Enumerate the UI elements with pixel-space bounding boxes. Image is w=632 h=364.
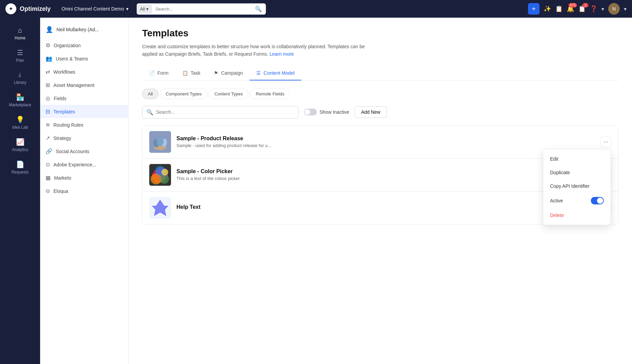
color-thumb-image	[149, 164, 171, 186]
sidebar-item-plan[interactable]: ☰ Plan	[0, 45, 40, 66]
app-logo[interactable]: ✦ Optimizely	[5, 3, 51, 14]
filter-bar: All Component Types Content Types Remote…	[142, 89, 618, 99]
global-search-input[interactable]	[152, 4, 251, 14]
sidebar-item-adobe-experience[interactable]: ⊙ Adobe Experience...	[40, 158, 128, 171]
sidebar-item-marketplace[interactable]: 🏪 Marketplace	[0, 90, 40, 111]
clipboard-button[interactable]: 📋	[555, 5, 563, 13]
learn-more-link[interactable]: Learn more	[270, 51, 294, 57]
template-name-color-picker: Sample - Color Picker	[176, 168, 595, 175]
sidebar-item-asset-management[interactable]: ⊞ Asset Management	[40, 78, 128, 92]
adobe-icon: ⊙	[46, 161, 50, 168]
search-type-chevron: ▾	[146, 6, 149, 12]
filter-component-types[interactable]: Component Types	[160, 89, 207, 99]
show-inactive-toggle[interactable]	[304, 109, 317, 115]
sidebar-item-label: Idea Lab	[12, 125, 28, 130]
page-title: Templates	[142, 28, 618, 39]
tasks-badge: 2	[582, 3, 588, 7]
content-search-input[interactable]	[156, 109, 294, 115]
product-thumb-image	[149, 131, 171, 153]
sidebar-item-library[interactable]: ⫰ Library	[0, 68, 40, 88]
template-desc-product-release: Sample - used for adding product release…	[176, 143, 595, 148]
sidebar-item-home[interactable]: ⌂ Home	[0, 23, 40, 44]
tabs-row: 📄 Form 📋 Task ⚑ Campaign ☰ Content Model	[142, 66, 618, 80]
sidebar-item-marketo[interactable]: ▦ Marketo	[40, 171, 128, 184]
sidebar-item-requests[interactable]: 📄 Requests	[0, 157, 40, 178]
top-nav: ✦ Optimizely Omni Channel Content Demo ▾…	[0, 0, 632, 18]
context-menu-active[interactable]: Active	[543, 193, 611, 208]
search-type-label: All	[140, 6, 145, 12]
top-nav-actions: + ✨ 📋 🔔 676 📋 2 ❓ ▾ N ▾	[528, 3, 627, 15]
template-thumb-help-text	[149, 197, 171, 219]
template-name-product-release: Sample - Product Release	[176, 135, 595, 142]
library-icon: ⫰	[18, 71, 22, 79]
tasks-button[interactable]: 📋 2	[578, 5, 586, 13]
tab-content-model[interactable]: ☰ Content Model	[250, 66, 301, 80]
main-content: Templates Create and customize templates…	[129, 18, 632, 364]
template-list: Sample - Product Release Sample - used f…	[142, 125, 618, 224]
sidebar-item-label: Analytics	[12, 147, 28, 152]
analytics-icon: 📈	[16, 138, 24, 146]
chevron-down-icon: ▾	[126, 6, 129, 12]
logo-icon: ✦	[5, 3, 16, 14]
filter-remote-fields[interactable]: Remote Fields	[250, 89, 290, 99]
asset-management-icon: ⊞	[46, 82, 50, 88]
sidebar-user-header[interactable]: 👤 Neil Mullarkey (Ad...	[40, 23, 128, 39]
user-avatar[interactable]: N	[608, 3, 620, 15]
template-more-button-product-release[interactable]: ··· Edit Duplicate Copy API Identifier	[600, 136, 611, 147]
template-info-help-text: Help Text	[176, 204, 595, 212]
sidebar-item-templates[interactable]: ⊟ Templates	[40, 105, 128, 118]
search-button[interactable]: 🔍	[251, 3, 266, 15]
left-sidebar: ⌂ Home ☰ Plan ⫰ Library 🏪 Marketplace 💡 …	[0, 18, 40, 364]
filter-content-types[interactable]: Content Types	[209, 89, 249, 99]
sidebar-item-eloqua[interactable]: ⊝ Eloqua	[40, 184, 128, 198]
template-item-product-release: Sample - Product Release Sample - used f…	[142, 126, 618, 159]
template-desc-color-picker: This is a test of the colour picker	[176, 176, 595, 181]
requests-icon: 📄	[16, 160, 24, 168]
content-model-tab-icon: ☰	[256, 70, 261, 76]
sidebar-item-workflows[interactable]: ⇄ Workflows	[40, 65, 128, 78]
context-menu-copy-api[interactable]: Copy API Identifier	[543, 179, 611, 193]
sidebar-item-label: Requests	[12, 170, 29, 175]
organization-icon: ⚙	[46, 42, 50, 49]
idealab-icon: 💡	[16, 115, 24, 124]
context-menu-delete[interactable]: Delete	[543, 208, 611, 222]
content-search-bar: 🔍	[142, 106, 298, 119]
sidebar-item-label: Home	[15, 36, 25, 40]
task-tab-icon: 📋	[182, 70, 188, 76]
help-thumb-image	[149, 197, 171, 219]
search-type-select[interactable]: All ▾	[137, 4, 152, 14]
sidebar-item-analytics[interactable]: 📈 Analytics	[0, 134, 40, 156]
user-avatar-chevron: ▾	[624, 6, 627, 12]
sidebar-item-idealab[interactable]: 💡 Idea Lab	[0, 112, 40, 133]
context-menu-edit[interactable]: Edit	[543, 152, 611, 166]
help-button[interactable]: ❓	[590, 5, 597, 13]
ai-features-button[interactable]: ✨	[544, 5, 551, 13]
second-sidebar: 👤 Neil Mullarkey (Ad... ⚙ Organization 👥…	[40, 18, 129, 364]
sidebar-item-fields[interactable]: ◎ Fields	[40, 92, 128, 105]
sidebar-item-social-accounts[interactable]: 🔗 Social Accounts	[40, 145, 128, 158]
active-toggle[interactable]	[591, 197, 604, 204]
sidebar-item-users-teams[interactable]: 👥 Users & Teams	[40, 52, 128, 65]
sidebar-item-organization[interactable]: ⚙ Organization	[40, 39, 128, 52]
sidebar-item-routing-rules[interactable]: ≋ Routing Rules	[40, 118, 128, 131]
filter-all[interactable]: All	[142, 89, 158, 99]
routing-rules-icon: ≋	[46, 122, 50, 128]
tab-task[interactable]: 📋 Task	[175, 66, 207, 80]
sidebar-item-strategy[interactable]: ↗ Strategy	[40, 131, 128, 145]
social-accounts-icon: 🔗	[46, 148, 52, 154]
tab-campaign[interactable]: ⚑ Campaign	[207, 66, 250, 80]
template-info-color-picker: Sample - Color Picker This is a test of …	[176, 168, 595, 181]
context-menu: Edit Duplicate Copy API Identifier Activ…	[543, 149, 611, 225]
notifications-button[interactable]: 🔔 676	[567, 5, 574, 13]
add-new-button[interactable]: Add New	[355, 106, 387, 118]
user-nav-chevron: ▾	[601, 6, 604, 12]
active-toggle-knob	[597, 198, 603, 204]
context-menu-duplicate[interactable]: Duplicate	[543, 166, 611, 179]
search-bar: All ▾ 🔍	[137, 3, 266, 15]
page-description: Create and customize templates to better…	[142, 43, 380, 58]
workspace-selector[interactable]: Omni Channel Content Demo ▾	[62, 6, 129, 12]
svg-point-4	[157, 136, 164, 146]
add-button[interactable]: +	[528, 3, 540, 15]
workspace-name: Omni Channel Content Demo	[62, 6, 124, 12]
tab-form[interactable]: 📄 Form	[142, 66, 175, 80]
